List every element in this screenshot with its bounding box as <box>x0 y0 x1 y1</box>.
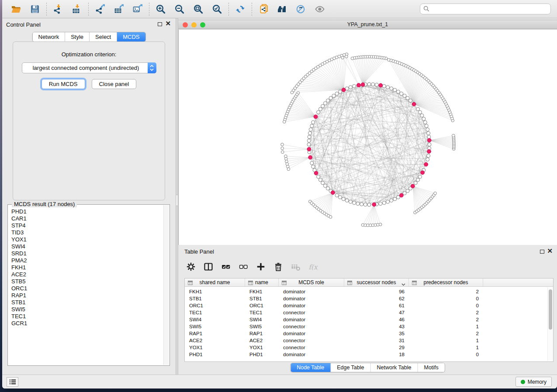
run-mcds-button[interactable]: Run MCDS <box>42 79 85 89</box>
column-header-name[interactable]: name <box>245 279 279 286</box>
export-image-button[interactable] <box>132 3 143 15</box>
table-cell[interactable]: dominator <box>279 352 344 357</box>
float-panel-icon[interactable] <box>158 22 162 26</box>
table-row[interactable]: SWI5SWI5connector431 <box>185 323 553 330</box>
window-close-icon[interactable] <box>183 22 188 28</box>
add-column-button[interactable] <box>256 262 266 272</box>
table-cell[interactable]: connector <box>279 345 344 350</box>
tab-select[interactable]: Select <box>90 32 117 41</box>
table-row[interactable]: PHD1PHD1dominator180 <box>185 351 553 358</box>
close-table-panel-icon[interactable]: ✕ <box>547 247 553 255</box>
mcds-result-item[interactable]: STB5 <box>11 278 163 285</box>
task-history-button[interactable] <box>7 377 18 387</box>
deselect-all-button[interactable] <box>239 262 248 272</box>
mcds-result-item[interactable]: STB1 <box>11 299 163 306</box>
window-zoom-icon[interactable] <box>200 22 205 28</box>
refresh-layout-button[interactable] <box>235 3 246 15</box>
table-cell[interactable]: dominator <box>279 317 344 322</box>
tab-mcds[interactable]: MCDS <box>117 32 145 41</box>
save-session-button[interactable] <box>29 3 41 15</box>
window-minimize-icon[interactable] <box>191 22 197 28</box>
table-cell[interactable]: 1 <box>409 345 483 350</box>
column-header-mcds-role[interactable]: MCDS role <box>279 279 344 286</box>
table-row[interactable]: ACE2ACE2connector311 <box>185 337 553 344</box>
table-cell[interactable]: connector <box>279 310 344 315</box>
table-cell[interactable]: FKH1 <box>185 289 245 294</box>
show-graphics-button[interactable] <box>314 3 325 15</box>
table-row[interactable]: SWI4SWI4dominator462 <box>185 316 553 323</box>
select-all-button[interactable] <box>221 262 231 272</box>
table-cell[interactable]: 1 <box>409 338 483 343</box>
mcds-result-item[interactable]: TID3 <box>11 229 163 236</box>
mcds-result-item[interactable]: SWI5 <box>11 306 163 313</box>
table-cell[interactable]: YOX1 <box>245 345 279 350</box>
split-columns-button[interactable] <box>204 262 213 272</box>
table-cell[interactable]: RAP1 <box>185 331 245 336</box>
mcds-result-item[interactable]: PMA2 <box>11 257 163 264</box>
table-cell[interactable]: 47 <box>344 310 409 315</box>
table-cell[interactable]: 0 <box>409 296 483 301</box>
table-cell[interactable]: 62 <box>344 296 409 301</box>
zoom-out-button[interactable] <box>174 3 185 15</box>
mcds-result-item[interactable]: CAR1 <box>11 215 163 222</box>
tab-style[interactable]: Style <box>65 32 90 41</box>
mcds-result-item[interactable]: PHD1 <box>11 208 163 215</box>
mcds-result-item[interactable]: GCR1 <box>11 320 163 327</box>
mcds-result-item[interactable]: SRD1 <box>11 250 163 257</box>
mcds-result-item[interactable]: TEC1 <box>11 313 163 320</box>
open-file-button[interactable] <box>10 3 22 15</box>
table-row[interactable]: ORC1ORC1dominator610 <box>185 302 553 309</box>
zoom-selected-button[interactable] <box>211 3 223 15</box>
table-cell[interactable]: 96 <box>344 289 409 294</box>
tab-motifs[interactable]: Motifs <box>418 363 444 372</box>
table-cell[interactable]: dominator <box>279 303 344 308</box>
table-row[interactable]: STB1STB1dominator620 <box>185 295 553 302</box>
table-cell[interactable]: STB1 <box>185 296 245 301</box>
table-cell[interactable]: TEC1 <box>185 310 245 315</box>
table-cell[interactable]: PHD1 <box>185 352 245 357</box>
table-cell[interactable]: 18 <box>344 352 409 357</box>
tab-edge-table[interactable]: Edge Table <box>331 363 370 372</box>
mcds-result-item[interactable]: STP4 <box>11 222 163 229</box>
table-cell[interactable]: PHD1 <box>245 352 279 357</box>
close-panel-icon[interactable]: ✕ <box>165 20 171 28</box>
table-cell[interactable]: RAP1 <box>245 331 279 336</box>
table-cell[interactable]: STB1 <box>245 296 279 301</box>
table-cell[interactable]: dominator <box>279 296 344 301</box>
table-cell[interactable]: SWI5 <box>245 324 279 329</box>
table-cell[interactable]: YOX1 <box>185 345 245 350</box>
search-input[interactable] <box>420 3 551 14</box>
table-cell[interactable]: FKH1 <box>245 289 279 294</box>
table-cell[interactable]: TEC1 <box>245 310 279 315</box>
column-header-successor-nodes[interactable]: successor nodes <box>344 279 409 286</box>
table-cell[interactable]: 2 <box>409 331 483 336</box>
table-cell[interactable]: 61 <box>344 303 409 308</box>
import-table-button[interactable] <box>71 3 83 15</box>
table-cell[interactable]: dominator <box>279 331 344 336</box>
table-cell[interactable]: 1 <box>409 324 483 329</box>
memory-button[interactable]: Memory <box>515 377 552 387</box>
mcds-result-item[interactable]: ACE2 <box>11 271 163 278</box>
table-cell[interactable]: ACE2 <box>185 338 245 343</box>
tab-network-table[interactable]: Network Table <box>371 363 418 372</box>
table-row[interactable]: RAP1RAP1dominator352 <box>185 330 553 337</box>
table-cell[interactable]: 0 <box>409 352 483 357</box>
table-cell[interactable]: connector <box>279 324 344 329</box>
mcds-result-item[interactable]: RAP1 <box>11 292 163 299</box>
network-window-titlebar[interactable]: YPA_prune.txt_1 <box>178 20 557 29</box>
close-panel-button[interactable]: Close panel <box>92 79 137 89</box>
table-cell[interactable]: 2 <box>409 317 483 322</box>
delete-column-button[interactable] <box>273 262 283 272</box>
table-cell[interactable]: 2 <box>409 310 483 315</box>
table-scrollbar-thumb[interactable] <box>549 289 552 330</box>
float-table-panel-icon[interactable] <box>540 250 544 254</box>
tab-network[interactable]: Network <box>32 32 65 41</box>
table-cell[interactable]: 2 <box>409 289 483 294</box>
table-scrollbar[interactable] <box>547 287 553 361</box>
table-cell[interactable]: SWI4 <box>185 317 245 322</box>
mcds-result-item[interactable]: ORC1 <box>11 285 163 292</box>
clone-network-button[interactable] <box>258 3 269 15</box>
table-cell[interactable]: 35 <box>344 331 409 336</box>
table-row[interactable]: FKH1FKH1dominator962 <box>185 288 553 295</box>
table-cell[interactable]: 43 <box>344 324 409 329</box>
